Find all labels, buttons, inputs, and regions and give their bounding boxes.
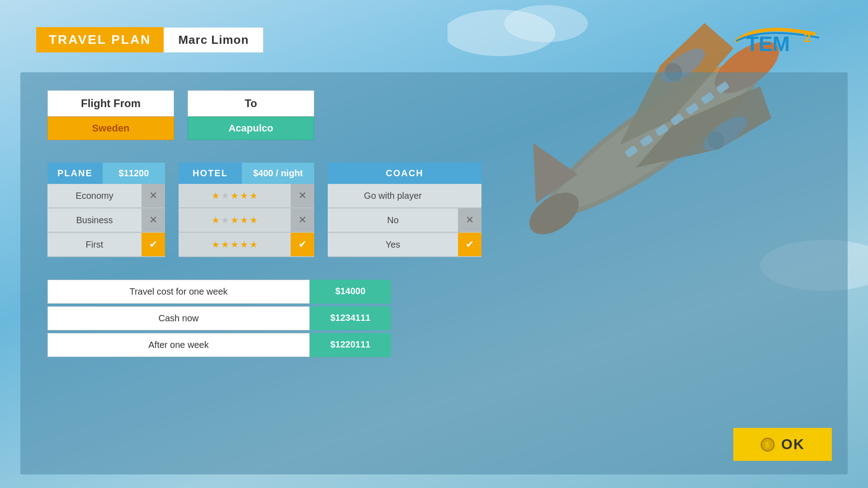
svg-text:TEM: TEM [746, 32, 790, 56]
star-icon: ★ [212, 190, 220, 201]
hotel-row-0[interactable]: ★ ★ ★ ★ ★ ✕ [179, 184, 314, 208]
cost-row-cash: Cash now $1234111 [47, 306, 391, 330]
ok-button[interactable]: $ OK [733, 428, 832, 461]
cost-cash-value: $1234111 [310, 306, 391, 330]
flight-from-value: Sweden [47, 117, 174, 140]
flight-from-label: Flight From [47, 90, 174, 117]
flight-from-field: Flight From Sweden [47, 90, 174, 140]
plane-column-header: PLANE $11200 [47, 163, 165, 184]
coach-header-label: COACH [328, 163, 481, 184]
plane-economy-row[interactable]: Economy ✕ [47, 184, 165, 208]
svg-text:$: $ [765, 441, 770, 449]
cost-travel-value: $14000 [310, 280, 391, 304]
flight-info: Flight From Sweden To Acapulco [47, 90, 821, 140]
hotel-row1-action[interactable]: ✕ [291, 208, 314, 232]
star-icon: ★ [231, 239, 239, 250]
star-icon: ★ [250, 215, 258, 225]
svg-text:2: 2 [804, 31, 811, 45]
hotel-column: HOTEL $400 / night ★ ★ ★ ★ ★ ✕ ★ ★ [179, 163, 314, 257]
plane-business-action[interactable]: ✕ [142, 208, 165, 232]
cost-row-after: After one week $1220111 [47, 333, 391, 357]
cost-row-travel: Travel cost for one week $14000 [47, 280, 391, 304]
plane-header-value: $11200 [103, 163, 165, 184]
star-icon: ★ [240, 215, 248, 225]
hotel-header-value: $400 / night [242, 163, 314, 184]
hotel-row-1[interactable]: ★ ★ ★ ★ ★ ✕ [179, 208, 314, 233]
plane-economy-action[interactable]: ✕ [142, 184, 165, 207]
options-section: PLANE $11200 Economy ✕ Business ✕ First … [47, 163, 821, 257]
hotel-column-header: HOTEL $400 / night [179, 163, 314, 184]
coach-no-label: No [328, 209, 458, 232]
cost-after-label: After one week [47, 333, 310, 357]
star-icon: ★ [212, 239, 220, 250]
travel-plan-badge: TRAVEL PLAN [36, 27, 164, 52]
flight-to-label: To [188, 90, 314, 117]
star-icon: ★ [250, 239, 258, 250]
plane-economy-label: Economy [47, 184, 142, 207]
coach-go-with-player-label: Go with player [328, 184, 458, 207]
plane-first-label: First [47, 233, 142, 256]
plane-business-label: Business [47, 209, 142, 232]
hotel-stars-2: ★ ★ ★ ★ ★ [179, 235, 291, 253]
hotel-row0-action[interactable]: ✕ [291, 184, 314, 207]
plane-first-action[interactable]: ✔ [142, 233, 165, 256]
hotel-header-label: HOTEL [179, 163, 242, 184]
main-panel: Flight From Sweden To Acapulco PLANE $11… [20, 72, 848, 474]
coach-no-action[interactable]: ✕ [458, 208, 481, 232]
coach-no-row[interactable]: No ✕ [328, 208, 481, 233]
cost-travel-label: Travel cost for one week [47, 280, 310, 304]
logo: TEM 2 [732, 25, 832, 56]
cost-summary: Travel cost for one week $14000 Cash now… [47, 280, 391, 357]
star-icon: ★ [221, 190, 229, 201]
cost-cash-label: Cash now [47, 306, 310, 330]
plane-first-row[interactable]: First ✔ [47, 233, 165, 257]
logo-svg: TEM 2 [732, 25, 832, 56]
plane-business-row[interactable]: Business ✕ [47, 208, 165, 233]
flight-to-value: Acapulco [188, 117, 314, 140]
flight-to-field: To Acapulco [188, 90, 314, 140]
hotel-stars-0: ★ ★ ★ ★ ★ [179, 187, 291, 205]
svg-point-16 [504, 5, 588, 42]
coach-column: COACH Go with player No ✕ Yes ✔ [328, 163, 481, 257]
star-icon: ★ [250, 190, 258, 201]
hotel-row-2[interactable]: ★ ★ ★ ★ ★ ✔ [179, 233, 314, 257]
coach-yes-row[interactable]: Yes ✔ [328, 233, 481, 257]
coach-yes-action[interactable]: ✔ [458, 233, 481, 256]
star-icon: ★ [231, 215, 239, 225]
coach-yes-label: Yes [328, 233, 458, 256]
star-icon: ★ [240, 239, 248, 250]
plane-column: PLANE $11200 Economy ✕ Business ✕ First … [47, 163, 165, 257]
star-icon: ★ [221, 239, 229, 250]
star-icon: ★ [240, 190, 248, 201]
star-icon: ★ [231, 190, 239, 201]
hotel-stars-1: ★ ★ ★ ★ ★ [179, 211, 291, 229]
star-icon: ★ [212, 215, 220, 225]
player-name-badge: Marc Limon [164, 28, 263, 52]
star-icon: ★ [221, 215, 229, 225]
cost-after-value: $1220111 [310, 333, 391, 357]
plane-header-label: PLANE [47, 163, 103, 184]
header: TRAVEL PLAN Marc Limon [36, 27, 263, 52]
coach-go-with-player-row[interactable]: Go with player [328, 184, 481, 208]
ok-coin-icon: $ [760, 437, 775, 452]
hotel-row2-action[interactable]: ✔ [291, 233, 314, 256]
ok-button-label: OK [781, 436, 805, 453]
coach-go-with-player-action[interactable] [458, 184, 481, 207]
